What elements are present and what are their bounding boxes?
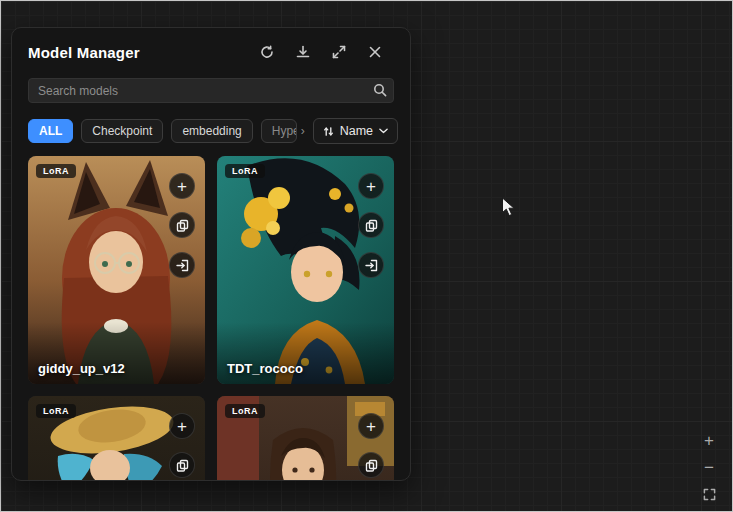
app-canvas[interactable]: Model Manager [0,0,733,512]
model-name: TDT_rococo [227,361,303,376]
model-card[interactable]: LoRA + TDT_rococo [217,156,394,384]
model-card[interactable]: LoRA + giddy_up_v12 [28,156,205,384]
panel-header-actions [259,45,382,60]
sort-arrows-icon [323,126,334,137]
model-type-badge: LoRA [225,404,265,418]
add-model-button[interactable]: + [169,413,195,439]
sort-label: Name [340,124,373,138]
sort-dropdown[interactable]: Name [313,118,398,144]
add-model-button[interactable]: + [358,413,384,439]
filter-bar: ALL Checkpoint embedding Hype › Name [28,118,398,144]
copy-model-button[interactable] [358,212,384,238]
add-model-button[interactable]: + [358,173,384,199]
filter-chip-embedding[interactable]: embedding [171,119,252,143]
copy-model-button[interactable] [169,452,195,478]
chip-overflow-chevron-icon[interactable]: › [301,124,305,138]
model-card[interactable]: LoRA + [28,396,205,481]
model-grid: LoRA + giddy_up_v12 [28,156,394,481]
search-icon [373,83,387,97]
copy-model-button[interactable] [358,452,384,478]
load-workflow-button[interactable] [169,252,195,278]
model-type-badge: LoRA [36,404,76,418]
add-model-button[interactable]: + [169,173,195,199]
canvas-zoom-toolbar: + − [699,430,719,504]
search-bar [28,78,394,103]
zoom-in-button[interactable]: + [699,430,719,450]
chevron-down-icon [379,128,388,134]
maximize-icon[interactable] [331,45,346,60]
download-icon[interactable] [295,45,310,60]
zoom-out-button[interactable]: − [699,457,719,477]
filter-chip-all[interactable]: ALL [28,119,73,143]
search-input[interactable] [28,78,394,103]
model-type-badge: LoRA [36,164,76,178]
model-name: giddy_up_v12 [38,361,125,376]
refresh-icon[interactable] [259,45,274,60]
panel-header: Model Manager [28,40,394,64]
fit-view-button[interactable] [699,484,719,504]
close-icon[interactable] [367,45,382,60]
model-manager-panel: Model Manager [11,27,411,481]
fit-view-icon [703,488,716,501]
load-workflow-button[interactable] [358,252,384,278]
filter-chip-hypernetwork[interactable]: Hype [261,119,297,143]
filter-chip-checkpoint[interactable]: Checkpoint [81,119,163,143]
copy-model-button[interactable] [169,212,195,238]
panel-title: Model Manager [28,44,140,61]
model-card[interactable]: LoRA + [217,396,394,481]
mouse-cursor [501,197,515,217]
model-type-badge: LoRA [225,164,265,178]
